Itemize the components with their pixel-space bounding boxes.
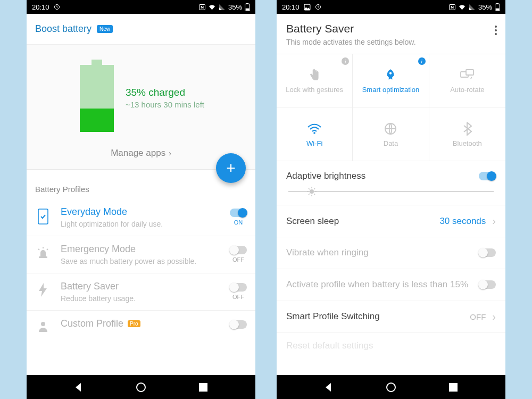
profile-title: Battery Saver: [61, 281, 220, 292]
battery-panel: 35% charged ~13 hours 30 mins left Manag…: [27, 45, 255, 170]
overflow-menu[interactable]: [495, 26, 497, 35]
svg-point-23: [387, 383, 395, 392]
battery-icon: [245, 3, 250, 11]
signal-icon: [469, 4, 476, 11]
screen-header: Battery Saver This mode activates the se…: [277, 14, 505, 54]
clock-icon: [315, 4, 321, 10]
profile-everyday[interactable]: Everyday Mode Light optimization for dai…: [27, 199, 255, 236]
profile-sub: Light optimization for daily use.: [61, 220, 220, 228]
grid-data[interactable]: Data: [353, 107, 429, 161]
battery-text: 35% charged ~13 hours 30 mins left: [126, 87, 204, 109]
profile-toggle[interactable]: OFF: [230, 246, 247, 263]
profile-toggle[interactable]: ON: [230, 209, 247, 226]
nav-bar: [277, 375, 505, 399]
person-icon: [35, 320, 51, 332]
svg-rect-6: [80, 109, 114, 132]
grid-bluetooth[interactable]: Bluetooth: [429, 107, 505, 161]
boost-title: Boost battery: [35, 23, 92, 35]
profile-emergency[interactable]: Emergency Mode Save as much battery powe…: [27, 236, 255, 273]
wifi-icon: [458, 3, 466, 11]
grid-auto-rotate[interactable]: Auto-rotate: [429, 54, 505, 107]
pro-badge: Pro: [128, 320, 140, 327]
svg-rect-4: [92, 60, 102, 65]
battery-charged: 35% charged: [126, 87, 204, 98]
grid-wifi[interactable]: Wi-Fi: [277, 107, 353, 161]
slider-thumb-icon: [307, 187, 317, 196]
phone-right: 20:10 N 35% Battery Saver This mod: [277, 0, 505, 399]
profile-toggle[interactable]: OFF: [230, 283, 247, 300]
profile-title: Emergency Mode: [61, 244, 220, 255]
row-adaptive-brightness[interactable]: Adaptive brightness: [277, 161, 505, 205]
wifi-icon: [307, 121, 322, 136]
grid-smart-optimization[interactable]: i Smart optimization: [353, 54, 429, 107]
svg-point-9: [41, 322, 45, 326]
toggle-off-icon[interactable]: [479, 280, 496, 289]
nav-recent[interactable]: [447, 381, 459, 393]
bolt-icon: [35, 283, 51, 297]
toggle-off-icon: [230, 320, 247, 329]
plus-icon: +: [226, 159, 236, 177]
svg-rect-19: [466, 70, 473, 75]
status-battery-percent: 35%: [478, 3, 492, 11]
info-icon[interactable]: i: [342, 57, 349, 65]
svg-point-17: [389, 72, 392, 74]
manage-apps-link[interactable]: Manage apps ›: [37, 148, 245, 159]
svg-point-20: [313, 132, 315, 134]
svg-rect-3: [246, 8, 250, 10]
new-badge: New: [97, 25, 113, 33]
svg-rect-24: [449, 383, 458, 392]
nav-home[interactable]: [135, 381, 147, 393]
rocket-icon: [384, 68, 397, 82]
page-subtitle: This mode activates the settings below.: [286, 38, 480, 46]
battery-icon: [495, 3, 500, 11]
grid-lock-gestures[interactable]: i Lock with gestures: [277, 54, 353, 107]
nfc-icon: N: [449, 4, 455, 10]
nav-bar: [27, 375, 255, 399]
hand-icon: [307, 68, 321, 82]
row-vibrate[interactable]: Vibrate when ringing: [277, 237, 505, 269]
row-reset[interactable]: Reset default settings: [277, 333, 505, 351]
toggle-off-icon[interactable]: [479, 248, 496, 257]
profile-toggle[interactable]: [230, 320, 247, 329]
svg-point-22: [310, 189, 314, 194]
status-bar: 20:10 N 35%: [277, 0, 505, 14]
toggle-off-icon: [230, 283, 247, 292]
row-screen-sleep[interactable]: Screen sleep 30 seconds ›: [277, 205, 505, 237]
wifi-icon: [208, 3, 216, 11]
status-time: 20:10: [282, 3, 300, 11]
nav-home[interactable]: [385, 381, 397, 393]
profile-saver[interactable]: Battery Saver Reduce battery usage. OFF: [27, 273, 255, 311]
add-profile-fab[interactable]: +: [216, 153, 246, 183]
row-smart-switching[interactable]: Smart Profile Switching OFF ›: [277, 301, 505, 333]
svg-rect-11: [199, 383, 207, 392]
rotate-icon: [460, 68, 475, 82]
nav-back[interactable]: [73, 381, 85, 393]
status-bar: 20:10 N 35%: [27, 0, 255, 14]
nav-recent[interactable]: [197, 381, 209, 393]
row-activate-threshold[interactable]: Activate profile when battery is less th…: [277, 269, 505, 301]
nav-back[interactable]: [323, 381, 335, 393]
status-battery-percent: 35%: [228, 3, 242, 11]
battery-estimate: ~13 hours 30 mins left: [126, 100, 204, 109]
saver-screen: Battery Saver This mode activates the se…: [277, 14, 505, 375]
bluetooth-icon: [462, 121, 472, 136]
signal-icon: [219, 4, 226, 11]
nfc-icon: N: [199, 4, 205, 10]
profile-sub: Reduce battery usage.: [61, 294, 220, 303]
svg-rect-7: [38, 209, 48, 224]
info-icon[interactable]: i: [418, 57, 426, 65]
phone-left: 20:10 N 35% Boost battery New: [27, 0, 255, 399]
brightness-slider[interactable]: [286, 189, 496, 194]
toggle-on-icon[interactable]: [479, 172, 496, 180]
clock-icon: [54, 4, 60, 10]
siren-icon: [35, 246, 51, 260]
battery-graphic: [78, 60, 116, 136]
page-title: Battery Saver: [286, 22, 480, 35]
chevron-right-icon: ›: [492, 311, 496, 323]
status-time: 20:10: [32, 3, 49, 11]
feature-grid: i Lock with gestures i Smart optimizatio…: [277, 54, 505, 161]
image-icon: [304, 4, 311, 11]
phone-check-icon: [35, 209, 51, 225]
profile-custom[interactable]: Custom Profile Pro: [27, 311, 255, 339]
svg-point-10: [137, 383, 145, 392]
